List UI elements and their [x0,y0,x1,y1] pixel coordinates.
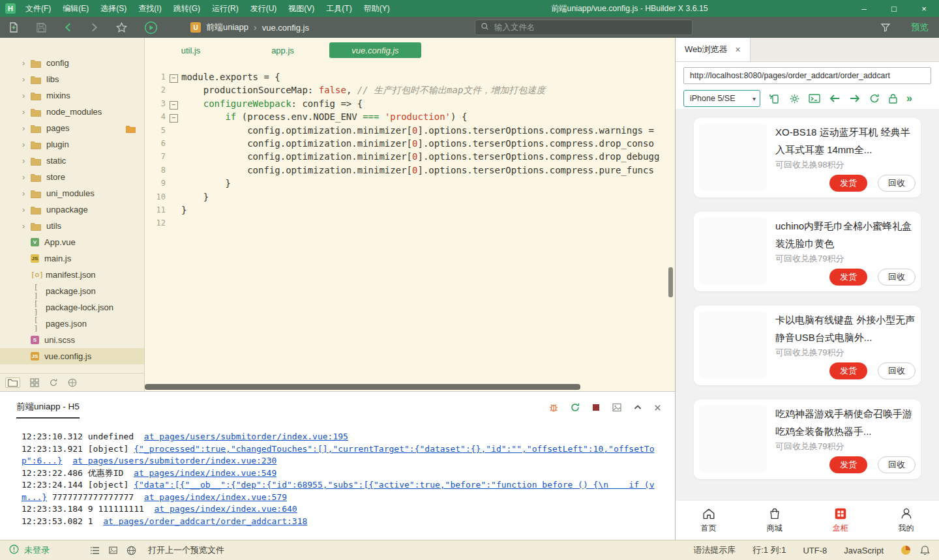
console-link[interactable]: at pages/users/submitorder/index.vue:230 [72,456,276,465]
code-line-5[interactable]: 5 config.optimization.minimizer[0].optio… [145,124,667,137]
chevron-right-icon[interactable]: › [22,123,31,133]
breadcrumb-project[interactable]: 前端uniapp [206,22,248,33]
encoding-indicator[interactable]: UTF-8 [803,546,827,555]
tree-item-package-lock.json[interactable]: [ ]package-lock.json [0,299,144,316]
chevron-right-icon[interactable]: › [22,91,31,100]
browser-tab[interactable]: Web浏览器 × [676,38,751,61]
tree-item-uni_modules[interactable]: ›uni_modules [0,185,144,201]
product-card-0[interactable]: XO-BS18 运动蓝牙耳机 经典半入耳式耳塞 14mm全...可回收兑换98积… [694,118,921,198]
code-line-4[interactable]: 4− if (process.env.NODE_ENV === 'product… [145,110,667,123]
forward-icon[interactable] [89,22,99,33]
recycle-button[interactable]: 回收 [878,269,916,286]
tree-item-vue.config.js[interactable]: JSvue.config.js [0,348,144,364]
tree-item-utils[interactable]: ›utils [0,218,144,234]
recycle-button[interactable]: 回收 [878,362,916,379]
save-icon[interactable] [36,22,47,33]
chevron-right-icon[interactable]: › [22,107,31,117]
cursor-position[interactable]: 行:1 列:1 [753,544,786,556]
preview-button[interactable]: 预览 [911,22,929,33]
device-select[interactable]: iPhone 5/SE ▾ [683,90,760,107]
fold-icon[interactable]: − [170,74,178,83]
chevron-right-icon[interactable]: › [22,221,31,231]
tree-item-App.vue[interactable]: VApp.vue [0,234,144,250]
pie-icon[interactable] [901,545,911,555]
run-icon[interactable] [144,21,158,35]
chevron-right-icon[interactable]: › [22,58,31,68]
chevron-right-icon[interactable]: › [22,172,31,182]
file-search-box[interactable] [475,20,693,35]
menu-item-8[interactable]: 工具(T) [320,0,357,17]
tree-item-unpackage[interactable]: ›unpackage [0,201,144,218]
more-icon[interactable]: » [906,93,912,104]
search-input[interactable] [493,22,687,33]
tabbar-商城[interactable]: 商城 [741,501,807,540]
tree-item-uni.scss[interactable]: Suni.scss [0,332,144,348]
tree-item-static[interactable]: ›static [0,153,144,169]
code-area[interactable]: 1−module.exports = {2 productionSourceMa… [145,70,667,381]
recycle-button[interactable]: 回收 [878,175,916,192]
open-previous-preview-button[interactable]: 打开上一个预览文件 [148,544,224,556]
editor-tab-app.js[interactable]: app.js [237,38,329,63]
code-line-11[interactable]: 11} [145,203,667,216]
ship-button[interactable]: 发货 [829,456,867,473]
url-input[interactable] [683,67,931,84]
console-link[interactable]: at pages/index/index.vue:549 [134,468,276,478]
tree-item-libs[interactable]: ›libs [0,71,144,87]
tree-item-plugin[interactable]: ›plugin [0,136,144,153]
nav-forward-icon[interactable] [849,94,861,103]
minimize-icon[interactable]: – [849,0,879,17]
code-line-1[interactable]: 1−module.exports = { [145,70,667,83]
menu-item-5[interactable]: 运行(R) [206,0,245,17]
menu-item-2[interactable]: 选择(S) [95,0,132,17]
console-link[interactable]: at pages/index/index.vue:640 [155,504,297,514]
editor-tab-vue.config.js[interactable]: vue.config.js [329,42,421,58]
product-card-1[interactable]: uchino内野毛巾全棉小蜜蜂礼盒装洗脸巾黄色可回收兑换79积分发货回收 [694,212,921,291]
chevron-right-icon[interactable]: › [22,74,31,84]
tree-item-manifest.json[interactable]: [o]manifest.json [0,267,144,283]
bell-icon[interactable] [920,545,930,555]
refresh-icon[interactable] [869,93,880,104]
lock-icon[interactable] [888,93,898,104]
ship-button[interactable]: 发货 [829,269,867,286]
menu-item-3[interactable]: 查找(I) [132,0,167,17]
tree-item-config[interactable]: ›config [0,55,144,71]
debug-icon[interactable] [548,402,559,413]
star-icon[interactable] [115,22,128,34]
horizontal-scrollbar[interactable] [145,384,675,390]
tree-item-pages.json[interactable]: [ ]pages.json [0,316,144,332]
stop-icon[interactable] [591,403,601,412]
breadcrumb-file[interactable]: vue.config.js [262,23,309,33]
menu-item-6[interactable]: 发行(U) [245,0,283,17]
code-line-9[interactable]: 9 } [145,177,667,190]
code-line-2[interactable]: 2 productionSourceMap: false, // 生产打包时不输… [145,83,667,96]
syntax-library-button[interactable]: 语法提示库 [693,544,736,556]
menu-item-7[interactable]: 视图(V) [282,0,320,17]
rotate-device-icon[interactable] [769,93,781,104]
ship-button[interactable]: 发货 [829,175,867,192]
code-line-3[interactable]: 3− configureWebpack: config => { [145,97,667,110]
console-link[interactable]: at pages/users/submitorder/index.vue:195 [144,432,348,441]
new-file-icon[interactable] [8,22,20,33]
fold-icon[interactable]: − [170,101,178,110]
settings-icon[interactable] [789,93,800,104]
filter-icon[interactable] [880,22,891,35]
console-link[interactable]: at pages/index/index.vue:579 [144,492,287,502]
close-icon[interactable]: × [736,44,741,55]
export-icon[interactable] [612,402,622,413]
code-line-12[interactable]: 12 [145,216,667,229]
tabbar-盒柜[interactable]: 盒柜 [807,501,873,540]
tree-item-main.js[interactable]: JSmain.js [0,250,144,267]
recycle-button[interactable]: 回收 [878,456,916,473]
grid-panel-icon[interactable] [30,378,39,387]
vertical-scrollbar-thumb[interactable] [668,267,673,297]
editor-tab-util.js[interactable]: util.js [145,38,237,63]
ship-button[interactable]: 发货 [829,362,867,379]
language-mode[interactable]: JavaScript [844,546,884,555]
list-icon[interactable] [90,546,100,555]
collapse-icon[interactable] [633,403,642,412]
product-card-3[interactable]: 吃鸡神器游戏手柄使命召唤手游吃鸡全装备散热器手...可回收兑换79积分发货回收 [694,400,921,479]
console-link[interactable]: at pages/order_addcart/order_addcart:318 [103,516,307,526]
history-panel-icon[interactable] [49,378,58,387]
product-card-2[interactable]: 卡以电脑有线键盘 外接小型无声静音USB台式电脑外...可回收兑换79积分发货回… [694,306,921,385]
tree-item-package.json[interactable]: [ ]package.json [0,283,144,299]
